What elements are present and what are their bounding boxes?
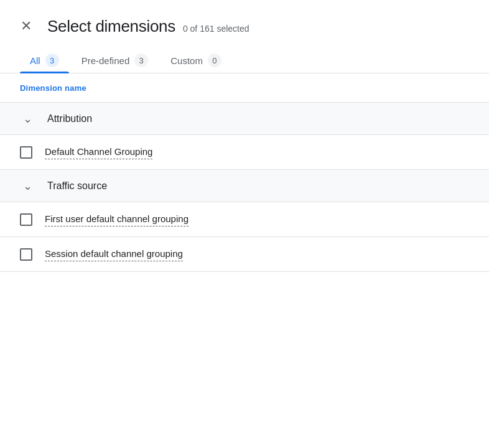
dimensions-list: ⌄ Attribution Default Channel Grouping ⌄… (0, 103, 489, 272)
category-traffic-label: Traffic source (47, 180, 107, 192)
tabs-bar: All 3 Pre-defined 3 Custom 0 (0, 47, 489, 73)
list-item-first-user[interactable]: First user default channel grouping (0, 202, 489, 237)
list-item-default-channel[interactable]: Default Channel Grouping (0, 135, 489, 170)
category-attribution-label: Attribution (47, 113, 92, 124)
chevron-down-icon-traffic: ⌄ (20, 179, 35, 194)
dialog-title: Select dimensions (47, 17, 175, 36)
selection-count: 0 of 161 selected (183, 24, 249, 34)
tab-predefined-badge: 3 (134, 54, 148, 67)
checkbox-default-channel[interactable] (20, 146, 32, 159)
tab-custom[interactable]: Custom 0 (161, 47, 231, 73)
checkbox-first-user[interactable] (20, 213, 32, 226)
dimension-name-header: Dimension name (20, 83, 86, 93)
chevron-down-icon: ⌄ (20, 111, 35, 126)
tab-predefined-label: Pre-defined (82, 55, 130, 66)
tab-all-badge: 3 (45, 54, 59, 67)
list-item-session-default[interactable]: Session default channel grouping (0, 237, 489, 272)
item-first-user-label: First user default channel grouping (45, 212, 189, 226)
tab-custom-badge: 0 (208, 54, 221, 67)
tab-custom-label: Custom (170, 55, 203, 66)
item-session-default-label: Session default channel grouping (45, 247, 183, 261)
dialog-header: ✕ Select dimensions 0 of 161 selected (0, 0, 489, 47)
close-icon: ✕ (21, 18, 32, 34)
tab-all-label: All (30, 55, 40, 66)
header-title-group: Select dimensions 0 of 161 selected (47, 17, 249, 36)
category-traffic-source[interactable]: ⌄ Traffic source (0, 170, 489, 202)
category-attribution[interactable]: ⌄ Attribution (0, 103, 489, 135)
item-default-channel-label: Default Channel Grouping (45, 145, 152, 159)
tab-predefined[interactable]: Pre-defined 3 (72, 47, 159, 73)
checkbox-session-default[interactable] (20, 248, 32, 261)
tab-all[interactable]: All 3 (20, 47, 69, 73)
table-header: Dimension name (0, 73, 489, 103)
close-button[interactable]: ✕ (15, 15, 37, 37)
